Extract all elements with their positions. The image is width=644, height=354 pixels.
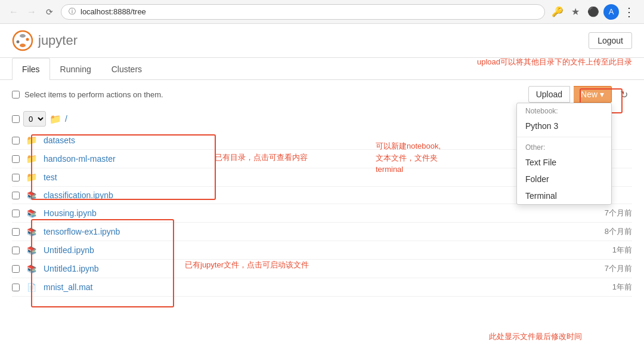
matfile-icon: 📄 (26, 283, 38, 292)
file-name-link[interactable]: Housing.ipynb (44, 208, 599, 218)
toolbar-right: Upload New ▾ Notebook: Python 3 Other: T… (528, 86, 632, 103)
key-icon[interactable]: 🔑 (550, 4, 565, 20)
svg-point-4 (26, 38, 29, 41)
terminal-option[interactable]: Terminal (517, 187, 611, 204)
notebook-section-label: Notebook: (517, 103, 611, 118)
file-name-link[interactable]: Untitled1.ipynb (44, 264, 599, 273)
folder-icon: 📁 (26, 135, 38, 146)
jupyter-logo-text: jupyter (38, 33, 78, 48)
file-checkbox[interactable] (12, 137, 20, 144)
lock-icon: ⓘ (69, 7, 76, 17)
notebook-icon: 📚 (26, 264, 38, 273)
tab-running[interactable]: Running (50, 58, 101, 80)
account-avatar[interactable]: A (603, 4, 619, 20)
svg-point-2 (20, 44, 26, 47)
toolbar: Select items to perform actions on them.… (0, 80, 644, 109)
logout-button[interactable]: Logout (589, 32, 632, 49)
extension-icon[interactable]: ⚫ (586, 4, 601, 20)
upload-annotation: upload可以将其他目录下的文件上传至此目录 (477, 57, 632, 67)
file-checkbox[interactable] (12, 210, 20, 217)
select-text: Select items to perform actions on them. (24, 90, 163, 99)
table-row: 📚 Housing.ipynb 7个月前 (12, 204, 632, 223)
file-checkbox[interactable] (12, 192, 20, 199)
svg-point-0 (13, 31, 32, 50)
file-checkbox[interactable] (12, 284, 20, 291)
back-button[interactable]: ← (7, 5, 20, 19)
file-checkbox[interactable] (12, 247, 20, 254)
upload-button[interactable]: Upload (528, 86, 570, 103)
svg-point-3 (17, 41, 20, 44)
file-time: 1年前 (612, 245, 632, 256)
notebook-icon: 📚 (26, 227, 38, 236)
notebook-icon: 📚 (26, 246, 38, 255)
tab-files[interactable]: Files (12, 58, 50, 80)
browser-actions: 🔑 ★ ⚫ A ⋮ (550, 4, 637, 20)
table-row: 📄 mnist_all.mat 1年前 (12, 278, 632, 297)
url-text: localhost:8888/tree (80, 7, 146, 16)
time-annotation: 此处显示文件最后修改时间 (489, 331, 582, 342)
new-button[interactable]: New ▾ (574, 86, 612, 103)
file-name-link[interactable]: tensorflow-ex1.ipynb (44, 227, 599, 236)
item-count-select[interactable]: 0 (23, 111, 46, 127)
folder-icon: 📁 (26, 153, 38, 164)
folder-icon: 📁 (26, 172, 38, 183)
browser-bar: ← → ⟳ ⓘ localhost:8888/tree 🔑 ★ ⚫ A ⋮ (0, 0, 644, 24)
file-checkbox[interactable] (12, 265, 20, 273)
menu-icon[interactable]: ⋮ (621, 4, 637, 20)
file-time: 7个月前 (605, 208, 632, 218)
file-name-link[interactable]: mnist_all.mat (44, 282, 606, 292)
file-checkbox[interactable] (12, 174, 20, 181)
folder-option[interactable]: Folder (517, 171, 611, 187)
file-checkbox[interactable] (12, 228, 20, 236)
new-dropdown-menu: Notebook: Python 3 Other: Text File Fold… (516, 103, 612, 205)
new-button-wrapper: New ▾ Notebook: Python 3 Other: Text Fil… (574, 86, 612, 103)
notebook-icon: 📚 (26, 209, 38, 218)
jupyter-header: jupyter Logout (0, 24, 644, 58)
reload-button[interactable]: ⟳ (43, 5, 56, 19)
python3-option[interactable]: Python 3 (517, 118, 611, 134)
select-all-checkbox[interactable] (12, 91, 20, 98)
forward-button[interactable]: → (25, 5, 38, 19)
other-section-label: Other: (517, 140, 611, 154)
file-time: 1年前 (612, 282, 632, 293)
svg-point-1 (20, 34, 26, 38)
file-name-link[interactable]: Untitled.ipynb (44, 245, 606, 255)
jupyter-logo[interactable]: jupyter (12, 30, 78, 51)
breadcrumb-path[interactable]: / (65, 114, 67, 124)
star-icon[interactable]: ★ (568, 4, 583, 20)
refresh-button[interactable]: ↻ (615, 86, 632, 103)
notebook-icon: 📚 (26, 191, 38, 200)
table-row: 📚 tensorflow-ex1.ipynb 8个月前 (12, 223, 632, 241)
file-time: 7个月前 (605, 263, 632, 274)
page-container: ← → ⟳ ⓘ localhost:8888/tree 🔑 ★ ⚫ A ⋮ ju… (0, 0, 644, 354)
textfile-option[interactable]: Text File (517, 154, 611, 171)
jupyter-logo-svg (12, 30, 33, 51)
file-checkbox[interactable] (12, 155, 20, 163)
breadcrumb-checkbox[interactable] (12, 115, 20, 123)
table-row: 📚 Untitled1.ipynb 7个月前 (12, 260, 632, 278)
tabs-bar: Files Running Clusters upload可以将其他目录下的文件… (0, 58, 644, 80)
table-row: 📚 Untitled.ipynb 1年前 (12, 241, 632, 260)
folder-breadcrumb-icon: 📁 (49, 113, 61, 125)
tab-clusters[interactable]: Clusters (101, 58, 152, 80)
dropdown-divider (517, 137, 611, 137)
address-bar[interactable]: ⓘ localhost:8888/tree (61, 4, 545, 20)
file-time: 8个月前 (605, 226, 632, 237)
